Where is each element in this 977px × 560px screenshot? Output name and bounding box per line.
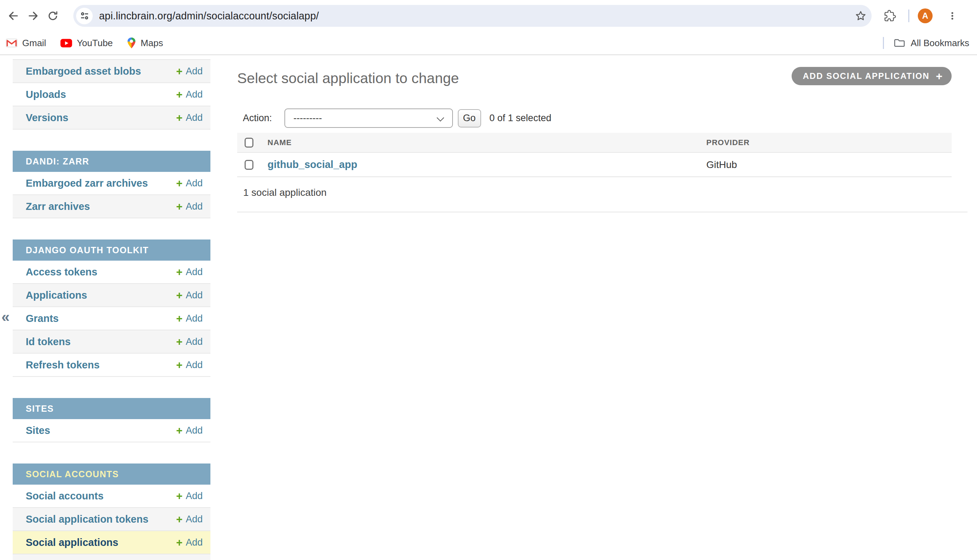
select-all-checkbox[interactable] bbox=[245, 138, 254, 148]
nav-add-link[interactable]: + Add bbox=[176, 425, 203, 436]
add-label: Add bbox=[186, 514, 203, 525]
nav-model-link[interactable]: Id tokens bbox=[26, 336, 70, 348]
add-label: Add bbox=[186, 537, 203, 548]
plus-icon: + bbox=[176, 290, 182, 301]
plus-icon: + bbox=[176, 360, 182, 370]
column-header-name[interactable]: NAME bbox=[266, 133, 705, 153]
bookmark-star-button[interactable] bbox=[855, 10, 867, 22]
nav-row-clipped bbox=[13, 554, 210, 560]
all-bookmarks-button[interactable]: All Bookmarks bbox=[894, 38, 969, 48]
nav-sidebar: Embargoed asset blobs + Add Uploads + Ad… bbox=[13, 55, 210, 560]
nav-model-link[interactable]: Applications bbox=[26, 290, 87, 301]
go-button[interactable]: Go bbox=[458, 109, 481, 127]
add-label: Add bbox=[186, 267, 203, 278]
bookmark-maps[interactable]: Maps bbox=[127, 37, 163, 49]
nav-add-link[interactable]: + Add bbox=[176, 337, 203, 347]
nav-add-link[interactable]: + Add bbox=[176, 313, 203, 324]
plus-icon: + bbox=[176, 178, 182, 189]
back-arrow-icon bbox=[7, 10, 19, 22]
nav-add-link[interactable]: + Add bbox=[176, 491, 203, 502]
nav-row: Access tokens + Add bbox=[13, 261, 210, 284]
bookmark-youtube[interactable]: YouTube bbox=[60, 38, 113, 48]
nav-add-link[interactable]: + Add bbox=[176, 537, 203, 548]
add-label: Add bbox=[186, 201, 203, 212]
nav-section: SOCIAL ACCOUNTS Social accounts + Add So… bbox=[13, 463, 210, 560]
plus-icon: + bbox=[176, 89, 182, 100]
table-header-row: NAME PROVIDER bbox=[237, 133, 952, 153]
youtube-icon bbox=[60, 39, 72, 48]
nav-section-header[interactable]: SITES bbox=[13, 398, 210, 419]
plus-icon: + bbox=[176, 491, 182, 502]
nav-add-link[interactable]: + Add bbox=[176, 178, 203, 189]
nav-model-link[interactable]: Access tokens bbox=[26, 266, 97, 278]
browser-menu-button[interactable] bbox=[942, 6, 962, 26]
address-bar[interactable]: api.lincbrain.org/admin/socialaccount/so… bbox=[73, 5, 872, 27]
action-select[interactable]: --------- bbox=[284, 108, 453, 128]
nav-add-link[interactable]: + Add bbox=[176, 201, 203, 212]
nav-add-link[interactable]: + Add bbox=[176, 89, 203, 100]
add-label: Add bbox=[186, 337, 203, 347]
nav-row-clipped bbox=[13, 55, 210, 60]
nav-row: Sites + Add bbox=[13, 419, 210, 442]
nav-row: Uploads + Add bbox=[13, 83, 210, 107]
site-settings-button[interactable] bbox=[76, 8, 93, 24]
bookmarks-separator bbox=[883, 37, 884, 49]
add-label: Add bbox=[186, 425, 203, 436]
bookmark-gmail[interactable]: Gmail bbox=[6, 38, 46, 48]
nav-section: SITES Sites + Add bbox=[13, 398, 210, 442]
nav-add-link[interactable]: + Add bbox=[176, 360, 203, 370]
nav-row: Social application tokens + Add bbox=[13, 508, 210, 531]
profile-avatar[interactable]: A bbox=[918, 8, 933, 23]
tune-icon bbox=[79, 10, 90, 21]
nav-add-link[interactable]: + Add bbox=[176, 514, 203, 525]
column-header-provider[interactable]: PROVIDER bbox=[705, 133, 952, 153]
add-button-label: ADD SOCIAL APPLICATION bbox=[803, 71, 930, 81]
nav-model-link[interactable]: Versions bbox=[26, 112, 68, 123]
nav-add-link[interactable]: + Add bbox=[176, 66, 203, 77]
nav-model-link[interactable]: Sites bbox=[26, 425, 50, 437]
nav-row: Grants + Add bbox=[13, 307, 210, 330]
sidebar-collapse-toggle[interactable]: « bbox=[2, 310, 10, 324]
plus-icon: + bbox=[176, 425, 182, 436]
nav-model-link[interactable]: Social applications bbox=[26, 537, 119, 548]
nav-add-link[interactable]: + Add bbox=[176, 290, 203, 301]
changelist-table: NAME PROVIDER github_social_app GitHub bbox=[237, 133, 952, 177]
nav-model-link[interactable]: Social application tokens bbox=[26, 513, 149, 525]
chevron-down-icon bbox=[436, 114, 444, 122]
social-app-link[interactable]: github_social_app bbox=[267, 159, 357, 170]
nav-model-link[interactable]: Social accounts bbox=[26, 490, 104, 502]
add-social-application-button[interactable]: ADD SOCIAL APPLICATION + bbox=[792, 67, 952, 85]
nav-section-header[interactable]: SOCIAL ACCOUNTS bbox=[13, 463, 210, 485]
back-button[interactable] bbox=[3, 6, 23, 26]
nav-model-link[interactable]: Embargoed zarr archives bbox=[26, 178, 148, 189]
plus-icon: + bbox=[176, 337, 182, 347]
row-checkbox[interactable] bbox=[245, 160, 254, 170]
nav-row: Social applications + Add bbox=[13, 531, 210, 554]
action-label: Action: bbox=[243, 113, 272, 123]
extensions-button[interactable] bbox=[880, 6, 900, 26]
reload-button[interactable] bbox=[43, 6, 63, 26]
action-selected-option: --------- bbox=[294, 113, 322, 123]
nav-model-link[interactable]: Zarr archives bbox=[26, 201, 90, 212]
nav-row: Embargoed asset blobs + Add bbox=[13, 60, 210, 83]
nav-add-link[interactable]: + Add bbox=[176, 267, 203, 278]
provider-value: GitHub bbox=[706, 159, 737, 170]
selection-status: 0 of 1 selected bbox=[489, 113, 551, 123]
nav-section: DJANGO OAUTH TOOLKIT Access tokens + Add… bbox=[13, 240, 210, 377]
nav-row: Refresh tokens + Add bbox=[13, 353, 210, 377]
nav-model-link[interactable]: Embargoed asset blobs bbox=[26, 65, 141, 77]
plus-icon: + bbox=[176, 66, 182, 77]
nav-section-header[interactable]: DJANGO OAUTH TOOLKIT bbox=[13, 240, 210, 261]
actions-bar: Action: --------- Go 0 of 1 selected bbox=[237, 108, 977, 128]
main-content: ADD SOCIAL APPLICATION + Select social a… bbox=[237, 55, 977, 212]
nav-model-link[interactable]: Uploads bbox=[26, 89, 66, 100]
nav-add-link[interactable]: + Add bbox=[176, 112, 203, 123]
nav-model-link[interactable]: Grants bbox=[26, 313, 58, 324]
all-bookmarks-label: All Bookmarks bbox=[911, 38, 969, 48]
url-text[interactable]: api.lincbrain.org/admin/socialaccount/so… bbox=[99, 10, 319, 22]
forward-button[interactable] bbox=[23, 6, 43, 26]
nav-model-link[interactable]: Refresh tokens bbox=[26, 359, 100, 371]
nav-section-title: DJANGO OAUTH TOOLKIT bbox=[26, 245, 149, 255]
nav-row: Id tokens + Add bbox=[13, 330, 210, 353]
nav-section-header[interactable]: DANDI: ZARR bbox=[13, 151, 210, 172]
